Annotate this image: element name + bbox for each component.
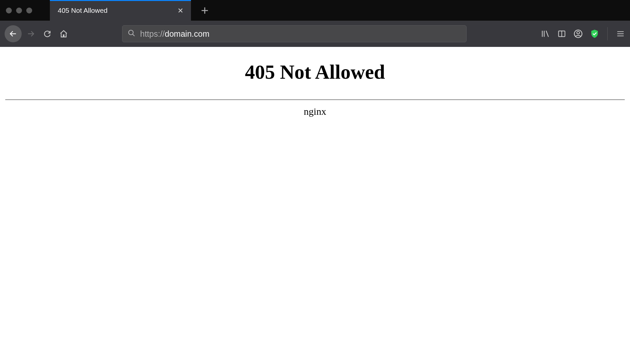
sidebar-icon	[557, 30, 566, 38]
toolbar-right	[540, 27, 625, 40]
page-content: 405 Not Allowed nginx	[0, 47, 630, 117]
account-icon	[574, 29, 583, 38]
account-button[interactable]	[573, 29, 583, 39]
reload-icon	[43, 30, 52, 38]
maximize-window-button[interactable]	[26, 8, 32, 13]
new-tab-button[interactable]	[200, 6, 209, 15]
search-icon	[128, 29, 136, 38]
navigation-toolbar: https://domain.com	[0, 21, 630, 47]
sidebar-button[interactable]	[557, 29, 567, 39]
library-button[interactable]	[540, 29, 550, 39]
minimize-window-button[interactable]	[16, 8, 22, 13]
shield-check-icon	[590, 29, 599, 39]
reload-button[interactable]	[40, 27, 54, 41]
active-tab-indicator	[50, 0, 191, 1]
back-button[interactable]	[5, 25, 22, 42]
arrow-right-icon	[27, 30, 35, 38]
close-tab-button[interactable]	[176, 6, 185, 15]
svg-point-3	[577, 31, 579, 34]
close-icon	[178, 8, 183, 13]
plus-icon	[201, 7, 208, 14]
error-heading: 405 Not Allowed	[5, 61, 625, 84]
url-domain: domain.com	[165, 29, 209, 39]
protection-button[interactable]	[590, 29, 599, 39]
server-signature: nginx	[5, 106, 625, 117]
url-protocol: https://	[140, 29, 165, 39]
menu-button[interactable]	[616, 29, 625, 39]
forward-button[interactable]	[24, 27, 38, 41]
close-window-button[interactable]	[6, 8, 12, 13]
home-button[interactable]	[56, 27, 71, 41]
address-bar[interactable]: https://domain.com	[122, 25, 467, 42]
arrow-left-icon	[9, 30, 17, 38]
url-text: https://domain.com	[140, 29, 209, 39]
browser-chrome: 405 Not Allowed https://domain.com	[0, 0, 630, 47]
tab-strip: 405 Not Allowed	[0, 0, 630, 21]
toolbar-divider	[607, 27, 608, 40]
library-icon	[541, 29, 550, 38]
window-controls	[6, 8, 32, 13]
svg-point-0	[129, 30, 133, 35]
hamburger-icon	[616, 30, 625, 38]
horizontal-rule	[5, 99, 625, 100]
browser-tab[interactable]: 405 Not Allowed	[50, 0, 191, 21]
home-icon	[59, 30, 68, 38]
tab-title: 405 Not Allowed	[58, 7, 108, 14]
